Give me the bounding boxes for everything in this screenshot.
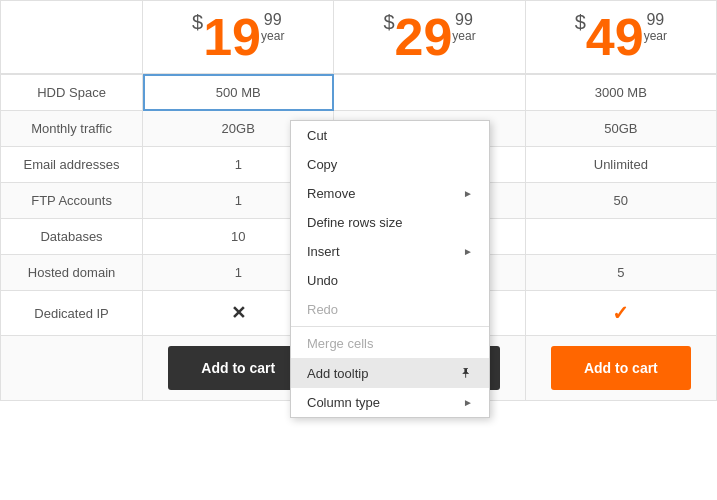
plan1-period: year: [261, 29, 284, 43]
context-menu-undo[interactable]: Undo: [291, 266, 489, 295]
plan3-cents: 99: [644, 11, 667, 29]
plan2-cents: 99: [452, 11, 475, 29]
context-menu-copy-label: Copy: [307, 157, 337, 172]
hdd-space-label: HDD Space: [1, 74, 143, 111]
plan3-price: 49: [586, 11, 644, 63]
plan1-price: 19: [203, 11, 261, 63]
context-menu-insert[interactable]: Insert ►: [291, 237, 489, 266]
plan1-price-cell: $ 19 99 year: [143, 1, 334, 75]
column-type-submenu-arrow-icon: ►: [463, 397, 473, 408]
monthly-traffic-label: Monthly traffic: [1, 111, 143, 147]
context-menu-divider1: [291, 326, 489, 327]
plan2-dollar: $: [383, 11, 394, 34]
add-to-cart-label-cell: [1, 336, 143, 401]
context-menu-undo-label: Undo: [307, 273, 338, 288]
hdd-space-plan1: 500 MB: [143, 74, 334, 111]
context-menu-remove[interactable]: Remove ►: [291, 179, 489, 208]
dedicated-ip-plan3: ✓: [525, 291, 716, 336]
plan2-price: 29: [395, 11, 453, 63]
hosted-domain-label: Hosted domain: [1, 255, 143, 291]
email-addresses-label: Email addresses: [1, 147, 143, 183]
dedicated-ip-label: Dedicated IP: [1, 291, 143, 336]
context-menu-cut[interactable]: Cut: [291, 121, 489, 150]
hdd-space-plan3: 3000 MB: [525, 74, 716, 111]
plan1-add-to-cart-button[interactable]: Add to cart: [168, 346, 308, 390]
context-menu: Cut Copy Remove ► Define rows size Inser…: [290, 120, 490, 418]
context-menu-column-type-label: Column type: [307, 395, 380, 410]
plan1-cents: 99: [261, 11, 284, 29]
context-menu-add-tooltip[interactable]: Add tooltip 🖈: [291, 358, 489, 388]
feature-header-cell: [1, 1, 143, 75]
plan2-period: year: [452, 29, 475, 43]
plan3-dollar: $: [575, 11, 586, 34]
plan1-dollar: $: [192, 11, 203, 34]
price-header-row: $ 19 99 year $ 29 99 year: [1, 1, 717, 75]
context-menu-cut-label: Cut: [307, 128, 327, 143]
databases-label: Databases: [1, 219, 143, 255]
context-menu-copy[interactable]: Copy: [291, 150, 489, 179]
insert-submenu-arrow-icon: ►: [463, 246, 473, 257]
cross-icon: ✕: [231, 303, 246, 323]
context-menu-define-rows-label: Define rows size: [307, 215, 402, 230]
context-menu-remove-label: Remove: [307, 186, 355, 201]
databases-plan3: [525, 219, 716, 255]
context-menu-redo-label: Redo: [307, 302, 338, 317]
check-icon: ✓: [612, 302, 629, 324]
context-menu-merge-cells-label: Merge cells: [307, 336, 373, 351]
hdd-space-row: HDD Space 500 MB 3000 MB: [1, 74, 717, 111]
plan3-button-cell: Add to cart: [525, 336, 716, 401]
monthly-traffic-plan3: 50GB: [525, 111, 716, 147]
context-menu-insert-label: Insert: [307, 244, 340, 259]
context-menu-merge-cells[interactable]: Merge cells: [291, 329, 489, 358]
context-menu-define-rows-size[interactable]: Define rows size: [291, 208, 489, 237]
plan3-period: year: [644, 29, 667, 43]
remove-submenu-arrow-icon: ►: [463, 188, 473, 199]
plan2-price-cell: $ 29 99 year: [334, 1, 525, 75]
hdd-space-plan2: [334, 74, 525, 111]
plan3-add-to-cart-button[interactable]: Add to cart: [551, 346, 691, 390]
context-menu-redo[interactable]: Redo: [291, 295, 489, 324]
context-menu-add-tooltip-label: Add tooltip: [307, 366, 368, 381]
ftp-accounts-label: FTP Accounts: [1, 183, 143, 219]
cursor-pointer-icon: 🖈: [459, 365, 473, 381]
email-addresses-plan3: Unlimited: [525, 147, 716, 183]
context-menu-column-type[interactable]: Column type ►: [291, 388, 489, 417]
ftp-accounts-plan3: 50: [525, 183, 716, 219]
hosted-domain-plan3: 5: [525, 255, 716, 291]
plan3-price-cell: $ 49 99 year: [525, 1, 716, 75]
